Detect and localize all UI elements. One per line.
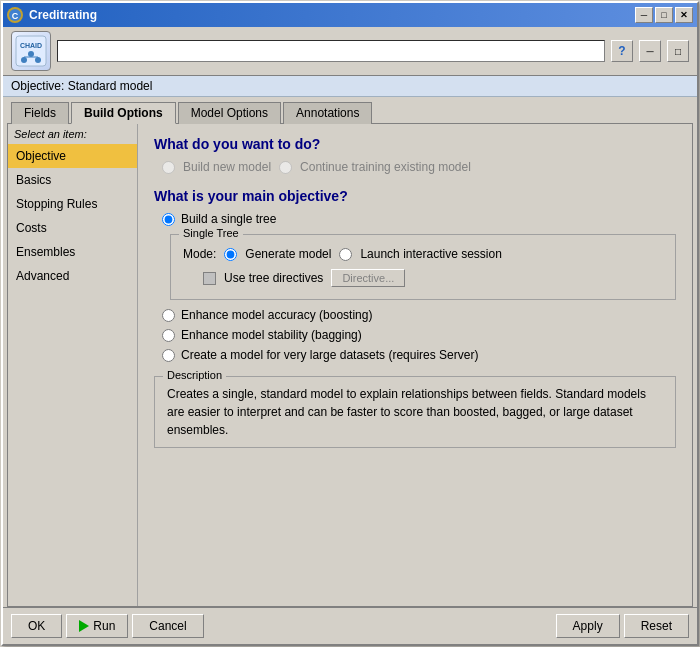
tab-annotations[interactable]: Annotations (283, 102, 372, 124)
tab-fields[interactable]: Fields (11, 102, 69, 124)
section2-title: What is your main objective? (154, 188, 676, 204)
description-box: Description Creates a single, standard m… (154, 376, 676, 448)
sidebar-item-stopping-rules[interactable]: Stopping Rules (8, 192, 137, 216)
main-window: C Creditrating ─ □ ✕ CHAID (1, 1, 699, 646)
directives-row: Use tree directives Directive... (203, 269, 663, 287)
enhance-bagging-option: Enhance model stability (bagging) (162, 328, 676, 342)
tabs-area: Fields Build Options Model Options Annot… (3, 97, 697, 123)
continue-training-label: Continue training existing model (300, 160, 471, 174)
generate-model-label: Generate model (245, 247, 331, 261)
sidebar-item-costs[interactable]: Costs (8, 216, 137, 240)
continue-training-radio[interactable] (279, 161, 292, 174)
enhance-boosting-radio[interactable] (162, 309, 175, 322)
tab-model-options[interactable]: Model Options (178, 102, 281, 124)
mode-row: Mode: Generate model Launch interactive … (183, 247, 663, 261)
build-single-tree-label: Build a single tree (181, 212, 276, 226)
sidebar-item-objective[interactable]: Objective (8, 144, 137, 168)
toolbar-search-input[interactable] (57, 40, 605, 62)
enhance-bagging-label: Enhance model stability (bagging) (181, 328, 362, 342)
enhance-bagging-radio[interactable] (162, 329, 175, 342)
build-new-row: Build new model Continue training existi… (162, 160, 676, 174)
description-text: Creates a single, standard model to expl… (167, 385, 663, 439)
svg-text:CHAID: CHAID (20, 42, 42, 49)
reset-button[interactable]: Reset (624, 614, 689, 638)
generate-model-radio[interactable] (224, 248, 237, 261)
window-title: Creditrating (29, 8, 635, 22)
run-button[interactable]: Run (66, 614, 128, 638)
maximize-button[interactable]: □ (655, 7, 673, 23)
chaid-logo: CHAID (11, 31, 51, 71)
use-directives-checkbox[interactable] (203, 272, 216, 285)
build-single-tree-option: Build a single tree (162, 212, 676, 226)
sidebar-item-basics[interactable]: Basics (8, 168, 137, 192)
sidebar-select-label: Select an item: (8, 124, 137, 144)
svg-point-4 (28, 51, 34, 57)
close-button[interactable]: ✕ (675, 7, 693, 23)
toolbar: CHAID ? ─ □ (3, 27, 697, 76)
objective-text: Objective: Standard model (11, 79, 152, 93)
description-legend: Description (163, 369, 226, 381)
window-icon: C (7, 7, 23, 23)
build-single-tree-radio[interactable] (162, 213, 175, 226)
enhance-boosting-label: Enhance model accuracy (boosting) (181, 308, 372, 322)
help-button[interactable]: ? (611, 40, 633, 62)
build-new-radio[interactable] (162, 161, 175, 174)
create-large-option: Create a model for very large datasets (… (162, 348, 676, 362)
launch-interactive-label: Launch interactive session (360, 247, 501, 261)
single-tree-legend: Single Tree (179, 227, 243, 239)
build-new-label: Build new model (183, 160, 271, 174)
create-large-radio[interactable] (162, 349, 175, 362)
title-bar: C Creditrating ─ □ ✕ (3, 3, 697, 27)
title-bar-buttons: ─ □ ✕ (635, 7, 693, 23)
directive-button[interactable]: Directive... (331, 269, 405, 287)
enhance-boosting-option: Enhance model accuracy (boosting) (162, 308, 676, 322)
single-tree-box: Single Tree Mode: Generate model Launch … (170, 234, 676, 300)
sidebar-item-ensembles[interactable]: Ensembles (8, 240, 137, 264)
launch-interactive-radio[interactable] (339, 248, 352, 261)
mode-label: Mode: (183, 247, 216, 261)
toolbar-maximize-button[interactable]: □ (667, 40, 689, 62)
sidebar: Select an item: Objective Basics Stoppin… (8, 124, 138, 606)
content-area: Select an item: Objective Basics Stoppin… (7, 123, 693, 607)
section1-title: What do you want to do? (154, 136, 676, 152)
run-label: Run (93, 619, 115, 633)
apply-button[interactable]: Apply (556, 614, 620, 638)
objective-bar: Objective: Standard model (3, 76, 697, 97)
ok-button[interactable]: OK (11, 614, 62, 638)
toolbar-minimize-button[interactable]: ─ (639, 40, 661, 62)
use-directives-label: Use tree directives (224, 271, 323, 285)
tab-build-options[interactable]: Build Options (71, 102, 176, 124)
sidebar-item-advanced[interactable]: Advanced (8, 264, 137, 288)
run-icon (79, 620, 89, 632)
cancel-button[interactable]: Cancel (132, 614, 203, 638)
svg-text:C: C (12, 11, 19, 21)
create-large-label: Create a model for very large datasets (… (181, 348, 478, 362)
bottom-bar: OK Run Cancel Apply Reset (3, 607, 697, 644)
main-content-area: What do you want to do? Build new model … (138, 124, 692, 606)
minimize-button[interactable]: ─ (635, 7, 653, 23)
